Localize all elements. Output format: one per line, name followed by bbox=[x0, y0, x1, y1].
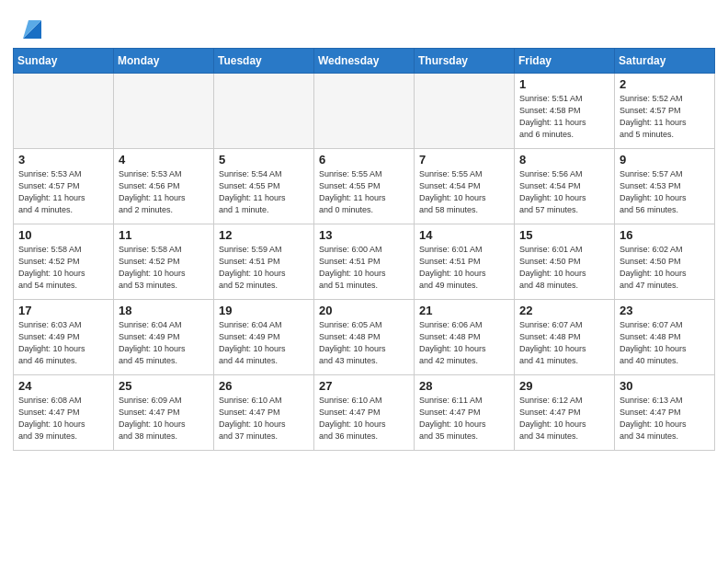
day-info: Sunrise: 5:55 AM Sunset: 4:55 PM Dayligh… bbox=[319, 168, 409, 216]
page: SundayMondayTuesdayWednesdayThursdayFrid… bbox=[0, 0, 728, 563]
calendar-cell: 2Sunrise: 5:52 AM Sunset: 4:57 PM Daylig… bbox=[615, 74, 715, 149]
day-info: Sunrise: 6:01 AM Sunset: 4:50 PM Dayligh… bbox=[519, 244, 609, 292]
day-number: 30 bbox=[620, 379, 710, 393]
calendar-cell: 14Sunrise: 6:01 AM Sunset: 4:51 PM Dayli… bbox=[415, 224, 515, 300]
day-number: 25 bbox=[119, 379, 209, 393]
day-info: Sunrise: 5:54 AM Sunset: 4:55 PM Dayligh… bbox=[219, 168, 309, 216]
day-number: 20 bbox=[319, 304, 409, 317]
calendar-cell: 19Sunrise: 6:04 AM Sunset: 4:49 PM Dayli… bbox=[214, 300, 314, 375]
day-info: Sunrise: 6:01 AM Sunset: 4:51 PM Dayligh… bbox=[419, 244, 509, 292]
calendar-cell: 11Sunrise: 5:58 AM Sunset: 4:52 PM Dayli… bbox=[114, 224, 214, 300]
weekday-header-thursday: Thursday bbox=[415, 49, 515, 74]
calendar-cell: 24Sunrise: 6:08 AM Sunset: 4:47 PM Dayli… bbox=[14, 375, 114, 451]
calendar-cell: 16Sunrise: 6:02 AM Sunset: 4:50 PM Dayli… bbox=[615, 224, 715, 300]
calendar-cell bbox=[314, 74, 415, 149]
day-info: Sunrise: 6:07 AM Sunset: 4:48 PM Dayligh… bbox=[519, 319, 609, 367]
day-info: Sunrise: 6:06 AM Sunset: 4:48 PM Dayligh… bbox=[419, 319, 509, 367]
day-number: 11 bbox=[119, 228, 209, 242]
day-info: Sunrise: 6:10 AM Sunset: 4:47 PM Dayligh… bbox=[219, 395, 309, 442]
weekday-header-friday: Friday bbox=[515, 49, 615, 74]
day-number: 29 bbox=[519, 379, 609, 393]
calendar-cell bbox=[214, 74, 314, 149]
calendar-cell: 23Sunrise: 6:07 AM Sunset: 4:48 PM Dayli… bbox=[615, 300, 715, 375]
day-info: Sunrise: 6:09 AM Sunset: 4:47 PM Dayligh… bbox=[119, 395, 209, 442]
day-number: 2 bbox=[620, 77, 710, 91]
logo bbox=[13, 13, 45, 42]
day-number: 9 bbox=[620, 153, 710, 167]
day-info: Sunrise: 6:00 AM Sunset: 4:51 PM Dayligh… bbox=[319, 244, 409, 292]
weekday-header-monday: Monday bbox=[114, 49, 214, 74]
day-number: 14 bbox=[419, 228, 509, 242]
day-number: 16 bbox=[620, 228, 710, 242]
weekday-header-saturday: Saturday bbox=[615, 49, 715, 74]
day-number: 24 bbox=[18, 379, 108, 393]
calendar-cell bbox=[14, 74, 114, 149]
day-number: 5 bbox=[219, 153, 309, 167]
calendar-cell: 30Sunrise: 6:13 AM Sunset: 4:47 PM Dayli… bbox=[615, 375, 715, 451]
calendar-cell: 29Sunrise: 6:12 AM Sunset: 4:47 PM Dayli… bbox=[515, 375, 615, 451]
day-number: 4 bbox=[119, 153, 209, 167]
header bbox=[13, 9, 715, 42]
calendar-cell: 17Sunrise: 6:03 AM Sunset: 4:49 PM Dayli… bbox=[14, 300, 114, 375]
weekday-header-row: SundayMondayTuesdayWednesdayThursdayFrid… bbox=[14, 49, 715, 74]
day-number: 22 bbox=[519, 304, 609, 317]
calendar-cell bbox=[114, 74, 214, 149]
day-info: Sunrise: 6:08 AM Sunset: 4:47 PM Dayligh… bbox=[18, 395, 108, 442]
weekday-header-wednesday: Wednesday bbox=[314, 49, 415, 74]
day-info: Sunrise: 5:51 AM Sunset: 4:58 PM Dayligh… bbox=[519, 93, 609, 141]
day-info: Sunrise: 5:53 AM Sunset: 4:56 PM Dayligh… bbox=[119, 168, 209, 216]
day-info: Sunrise: 6:12 AM Sunset: 4:47 PM Dayligh… bbox=[519, 395, 609, 442]
calendar-week-row-3: 17Sunrise: 6:03 AM Sunset: 4:49 PM Dayli… bbox=[14, 300, 715, 375]
day-info: Sunrise: 6:04 AM Sunset: 4:49 PM Dayligh… bbox=[219, 319, 309, 367]
day-info: Sunrise: 5:55 AM Sunset: 4:54 PM Dayligh… bbox=[419, 168, 509, 216]
calendar-week-row-1: 3Sunrise: 5:53 AM Sunset: 4:57 PM Daylig… bbox=[14, 149, 715, 224]
weekday-header-tuesday: Tuesday bbox=[214, 49, 314, 74]
calendar-week-row-0: 1Sunrise: 5:51 AM Sunset: 4:58 PM Daylig… bbox=[14, 74, 715, 149]
day-number: 27 bbox=[319, 379, 409, 393]
calendar-cell: 26Sunrise: 6:10 AM Sunset: 4:47 PM Dayli… bbox=[214, 375, 314, 451]
calendar-cell: 10Sunrise: 5:58 AM Sunset: 4:52 PM Dayli… bbox=[14, 224, 114, 300]
calendar-table: SundayMondayTuesdayWednesdayThursdayFrid… bbox=[13, 48, 715, 451]
calendar-cell: 4Sunrise: 5:53 AM Sunset: 4:56 PM Daylig… bbox=[114, 149, 214, 224]
day-info: Sunrise: 6:02 AM Sunset: 4:50 PM Dayligh… bbox=[620, 244, 710, 292]
calendar-cell: 8Sunrise: 5:56 AM Sunset: 4:54 PM Daylig… bbox=[515, 149, 615, 224]
day-number: 7 bbox=[419, 153, 509, 167]
calendar-cell: 9Sunrise: 5:57 AM Sunset: 4:53 PM Daylig… bbox=[615, 149, 715, 224]
day-info: Sunrise: 5:58 AM Sunset: 4:52 PM Dayligh… bbox=[18, 244, 108, 292]
calendar-cell: 3Sunrise: 5:53 AM Sunset: 4:57 PM Daylig… bbox=[14, 149, 114, 224]
day-number: 26 bbox=[219, 379, 309, 393]
day-info: Sunrise: 5:53 AM Sunset: 4:57 PM Dayligh… bbox=[18, 168, 108, 216]
calendar-week-row-2: 10Sunrise: 5:58 AM Sunset: 4:52 PM Dayli… bbox=[14, 224, 715, 300]
calendar-cell: 5Sunrise: 5:54 AM Sunset: 4:55 PM Daylig… bbox=[214, 149, 314, 224]
calendar-cell: 13Sunrise: 6:00 AM Sunset: 4:51 PM Dayli… bbox=[314, 224, 415, 300]
day-number: 15 bbox=[519, 228, 609, 242]
calendar-cell: 7Sunrise: 5:55 AM Sunset: 4:54 PM Daylig… bbox=[415, 149, 515, 224]
weekday-header-sunday: Sunday bbox=[14, 49, 114, 74]
calendar-cell: 6Sunrise: 5:55 AM Sunset: 4:55 PM Daylig… bbox=[314, 149, 415, 224]
day-number: 8 bbox=[519, 153, 609, 167]
calendar-cell: 28Sunrise: 6:11 AM Sunset: 4:47 PM Dayli… bbox=[415, 375, 515, 451]
day-info: Sunrise: 6:07 AM Sunset: 4:48 PM Dayligh… bbox=[620, 319, 710, 367]
calendar-cell: 20Sunrise: 6:05 AM Sunset: 4:48 PM Dayli… bbox=[314, 300, 415, 375]
logo-icon bbox=[16, 13, 45, 42]
calendar-cell bbox=[415, 74, 515, 149]
day-number: 18 bbox=[119, 304, 209, 317]
calendar-week-row-4: 24Sunrise: 6:08 AM Sunset: 4:47 PM Dayli… bbox=[14, 375, 715, 451]
day-info: Sunrise: 5:59 AM Sunset: 4:51 PM Dayligh… bbox=[219, 244, 309, 292]
day-number: 19 bbox=[219, 304, 309, 317]
day-info: Sunrise: 6:11 AM Sunset: 4:47 PM Dayligh… bbox=[419, 395, 509, 442]
day-info: Sunrise: 6:13 AM Sunset: 4:47 PM Dayligh… bbox=[620, 395, 710, 442]
day-number: 10 bbox=[18, 228, 108, 242]
calendar-cell: 18Sunrise: 6:04 AM Sunset: 4:49 PM Dayli… bbox=[114, 300, 214, 375]
day-number: 3 bbox=[18, 153, 108, 167]
calendar-cell: 12Sunrise: 5:59 AM Sunset: 4:51 PM Dayli… bbox=[214, 224, 314, 300]
calendar-cell: 27Sunrise: 6:10 AM Sunset: 4:47 PM Dayli… bbox=[314, 375, 415, 451]
day-info: Sunrise: 6:03 AM Sunset: 4:49 PM Dayligh… bbox=[18, 319, 108, 367]
day-number: 21 bbox=[419, 304, 509, 317]
day-info: Sunrise: 6:05 AM Sunset: 4:48 PM Dayligh… bbox=[319, 319, 409, 367]
day-number: 6 bbox=[319, 153, 409, 167]
calendar-cell: 25Sunrise: 6:09 AM Sunset: 4:47 PM Dayli… bbox=[114, 375, 214, 451]
day-number: 17 bbox=[18, 304, 108, 317]
day-info: Sunrise: 5:58 AM Sunset: 4:52 PM Dayligh… bbox=[119, 244, 209, 292]
day-info: Sunrise: 6:04 AM Sunset: 4:49 PM Dayligh… bbox=[119, 319, 209, 367]
